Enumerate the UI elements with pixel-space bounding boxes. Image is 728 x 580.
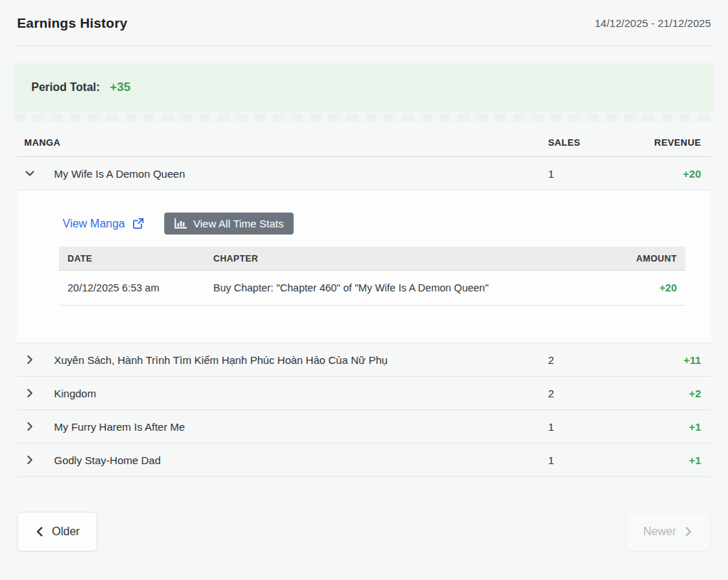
- chevron-left-icon: [35, 526, 45, 537]
- manga-row-godly-stay-home-dad[interactable]: Godly Stay-Home Dad 1 +1: [17, 444, 711, 477]
- pagination: Older Newer: [17, 512, 711, 552]
- entry-chapter: Buy Chapter: "Chapter 460" of "My Wife I…: [213, 282, 584, 294]
- external-link-icon: [132, 218, 144, 230]
- manga-title: Godly Stay-Home Dad: [54, 454, 161, 466]
- page-header: Earnings History 14/12/2025 - 21/12/2025: [17, 14, 711, 46]
- manga-title: Kingdom: [54, 387, 96, 399]
- sales-count: 2: [548, 387, 616, 399]
- sales-count: 2: [548, 354, 616, 366]
- revenue-amount: +1: [616, 421, 701, 433]
- manga-title: Xuyên Sách, Hành Trình Tìm Kiếm Hạnh Phú…: [54, 354, 387, 366]
- manga-title: My Furry Harem Is After Me: [54, 421, 185, 433]
- view-manga-link[interactable]: View Manga: [63, 218, 144, 230]
- manga-row-my-furry-harem[interactable]: My Furry Harem Is After Me 1 +1: [17, 410, 711, 444]
- table-header-row: MANGA SALES REVENUE: [17, 129, 711, 157]
- view-all-time-stats-button[interactable]: View All Time Stats: [164, 213, 294, 235]
- panel-actions: View Manga View All Time Stats: [63, 213, 685, 235]
- sub-table-header-row: DATE CHAPTER AMOUNT: [59, 247, 685, 271]
- period-total-banner: Period Total: +35: [14, 63, 714, 112]
- earnings-history-page: Earnings History 14/12/2025 - 21/12/2025…: [0, 0, 728, 552]
- manga-row-xuyen-sach[interactable]: Xuyên Sách, Hành Trình Tìm Kiếm Hạnh Phú…: [17, 343, 711, 377]
- sub-table-row: 20/12/2025 6:53 am Buy Chapter: "Chapter…: [59, 271, 685, 306]
- sub-column-header-amount: AMOUNT: [584, 254, 677, 264]
- chapter-sales-sub-table: DATE CHAPTER AMOUNT 20/12/2025 6:53 am B…: [59, 247, 685, 306]
- chevron-right-icon: [683, 526, 693, 537]
- sales-count: 1: [548, 168, 616, 180]
- column-header-manga: MANGA: [24, 137, 548, 148]
- chevron-right-icon[interactable]: [24, 454, 36, 466]
- period-total-value: +35: [110, 80, 131, 95]
- newer-button-label: Newer: [643, 525, 676, 538]
- revenue-amount: +11: [616, 354, 701, 366]
- stats-button-label: View All Time Stats: [193, 218, 284, 230]
- page-title: Earnings History: [17, 16, 127, 31]
- banner-fade-decoration: [14, 113, 714, 122]
- older-button[interactable]: Older: [17, 512, 97, 552]
- chevron-right-icon[interactable]: [24, 421, 36, 432]
- manga-title: My Wife Is A Demon Queen: [54, 168, 185, 180]
- column-header-sales: SALES: [548, 137, 616, 148]
- sales-count: 1: [548, 454, 616, 466]
- manga-row-kingdom[interactable]: Kingdom 2 +2: [17, 377, 711, 410]
- chevron-right-icon[interactable]: [24, 387, 36, 399]
- view-manga-label: View Manga: [63, 218, 125, 230]
- entry-amount: +20: [584, 282, 677, 294]
- sub-column-header-date: DATE: [68, 254, 213, 264]
- revenue-amount: +2: [616, 387, 701, 399]
- sales-count: 1: [548, 421, 616, 433]
- period-total-label: Period Total:: [31, 81, 100, 94]
- newer-button[interactable]: Newer: [626, 512, 711, 552]
- sub-column-header-chapter: CHAPTER: [213, 254, 584, 264]
- entry-date: 20/12/2025 6:53 am: [68, 282, 213, 294]
- chevron-down-icon[interactable]: [24, 168, 36, 179]
- manga-row-my-wife-is-a-demon-queen[interactable]: My Wife Is A Demon Queen 1 +20: [17, 157, 711, 190]
- column-header-revenue: REVENUE: [616, 137, 701, 148]
- bar-chart-icon: [174, 218, 187, 229]
- earnings-table: MANGA SALES REVENUE My Wife Is A Demon Q…: [17, 129, 711, 477]
- revenue-amount: +1: [616, 454, 701, 466]
- chevron-right-icon[interactable]: [24, 354, 36, 365]
- revenue-amount: +20: [616, 168, 701, 180]
- older-button-label: Older: [52, 525, 80, 538]
- expanded-detail-panel: View Manga View All Time Stats DATE CHAP…: [17, 190, 711, 343]
- date-range: 14/12/2025 - 21/12/2025: [595, 16, 711, 29]
